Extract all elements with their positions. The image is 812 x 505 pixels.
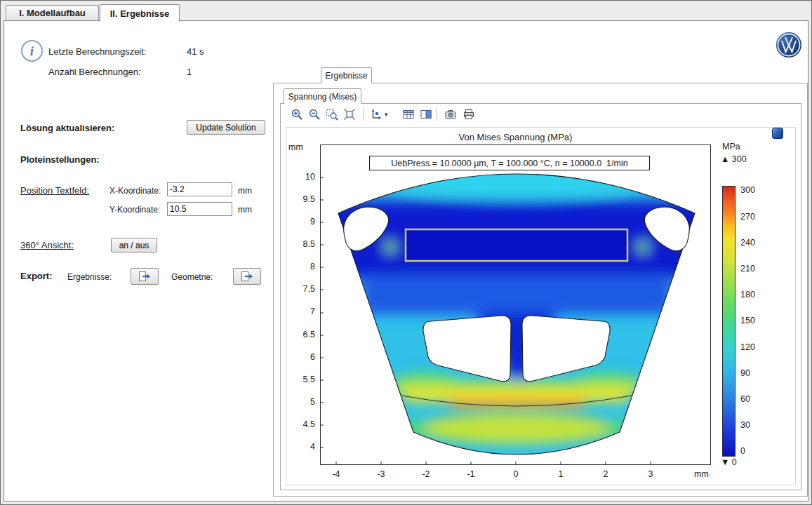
zoom-out-icon	[308, 108, 321, 121]
y-tick-label: 4	[288, 442, 315, 452]
colorbar-max-label: ▲ 300	[721, 154, 747, 165]
zoom-box-button[interactable]	[324, 107, 340, 122]
x-tick-label: 3	[637, 469, 665, 480]
y-tick-label: 7.5	[288, 284, 315, 295]
zoom-extents-icon	[343, 108, 356, 121]
default-view-dropdown-caret-icon[interactable]: ▾	[385, 111, 388, 118]
stress-plot[interactable]	[320, 144, 711, 465]
y-tick-label: 4.5	[288, 419, 315, 430]
zoom-in-button[interactable]	[289, 107, 305, 122]
colorbar-min-label: ▼ 0	[721, 457, 737, 468]
tab-spannung-mises[interactable]: Spannung (Mises)	[284, 88, 361, 104]
zoom-extents-button[interactable]	[342, 107, 357, 122]
printer-icon	[462, 108, 475, 121]
vw-logo	[776, 32, 802, 58]
x-tick-label: 2	[592, 469, 620, 480]
zoom-out-button[interactable]	[307, 107, 322, 122]
y-tick-label: 5.5	[288, 375, 315, 385]
toolbar-separator	[437, 108, 437, 121]
y-coordinate-unit: mm	[238, 205, 252, 215]
tab-ergebnisse[interactable]: II. Ergebnisse	[100, 4, 180, 22]
x-tick-label: -3	[367, 469, 395, 480]
y-coordinate-input[interactable]	[167, 202, 232, 216]
view-360-label: 360° Ansicht:	[20, 240, 74, 250]
colorbar-tick: 150	[740, 316, 755, 326]
print-button[interactable]	[461, 107, 477, 122]
x-tick-label: -4	[322, 469, 350, 480]
x-tick-label: -2	[412, 469, 440, 480]
tab-ergebnisse-label: II. Ergebnisse	[110, 8, 170, 19]
last-computation-label: Letzte Berechnungszeit:	[48, 46, 146, 57]
y-tick-label: 8.5	[288, 239, 315, 250]
y-coordinate-label: Y-Koordinate:	[109, 205, 160, 215]
x-tick-label: 0	[502, 469, 530, 480]
table-button[interactable]	[401, 107, 416, 122]
plot-properties-button[interactable]	[772, 128, 783, 139]
y-axis-unit: mm	[288, 142, 303, 153]
plot-settings-heading: Ploteinstellungen:	[20, 154, 100, 165]
computation-count-value: 1	[187, 67, 192, 77]
colorbar-tick: 30	[740, 420, 750, 431]
y-tick-label: 9	[288, 217, 315, 227]
x-tick-label: -1	[457, 469, 485, 480]
tab-results[interactable]: Ergebnisse	[321, 67, 372, 83]
plot-title: Von Mises Spannung (MPa)	[320, 132, 711, 142]
colorbar-tick: 210	[740, 264, 755, 274]
y-tick-label: 5	[288, 397, 315, 408]
y-tick-label: 8	[288, 262, 315, 272]
computation-count-label: Anzahl Berechnungen:	[48, 67, 141, 77]
y-tick-label: 9.5	[288, 194, 315, 205]
y-tick-label: 6	[288, 352, 315, 363]
colorbar-tick: 180	[740, 290, 755, 300]
y-tick-label: 7	[288, 307, 315, 317]
application-window: I. Modellaufbau II. Ergebnisse i Letzte …	[0, 0, 812, 505]
magnet-rectangle[interactable]	[406, 229, 627, 261]
colorbar-tick: 270	[740, 212, 755, 222]
export-results-label: Ergebnisse:	[67, 272, 112, 283]
default-view-button[interactable]	[368, 107, 384, 122]
colorbar-unit: MPa	[722, 142, 740, 152]
x-axis-unit: mm	[694, 469, 709, 480]
default-view-icon	[370, 108, 382, 121]
export-geometry-button[interactable]	[233, 268, 261, 285]
image-to-table-button[interactable]	[418, 107, 434, 122]
y-tick-label: 6.5	[288, 330, 315, 340]
tab-modellaufbau[interactable]: I. Modellaufbau	[6, 5, 99, 20]
x-coordinate-unit: mm	[238, 186, 252, 196]
image-to-table-icon	[420, 108, 432, 121]
info-icon: i	[21, 40, 43, 62]
text-position-label: Position Textfeld:	[20, 185, 89, 196]
colorbar-tick: 240	[740, 238, 755, 248]
x-tick-label: 1	[547, 469, 575, 480]
colorbar-tick: 300	[740, 185, 755, 196]
y-tick-label: 10	[288, 172, 315, 182]
tab-modellaufbau-label: I. Modellaufbau	[19, 8, 86, 18]
export-results-button[interactable]	[131, 268, 159, 285]
plot-annotation: UebPress = 10.0000 µm, T = 100.000 °C, n…	[369, 156, 650, 170]
snapshot-button[interactable]	[443, 107, 458, 122]
export-geometry-label: Geometrie:	[171, 272, 213, 283]
camera-icon	[444, 108, 457, 121]
x-coordinate-label: X-Koordinate:	[109, 186, 161, 196]
table-icon	[402, 108, 415, 121]
colorbar-tick: 0	[740, 446, 745, 457]
export-label: Export:	[20, 271, 53, 281]
toolbar-separator	[363, 108, 364, 121]
x-coordinate-input[interactable]	[167, 182, 232, 196]
last-computation-value: 41 s	[187, 46, 204, 57]
export-icon	[240, 270, 254, 283]
update-solution-button[interactable]: Update Solution	[187, 120, 265, 135]
colorbar-tick: 60	[740, 394, 750, 405]
colorbar	[722, 186, 736, 457]
colorbar-tick: 90	[740, 368, 750, 379]
export-icon	[138, 270, 152, 283]
colorbar-tick: 120	[740, 342, 755, 353]
update-solution-label: Lösung aktualisieren:	[20, 123, 114, 133]
zoom-box-icon	[326, 108, 338, 121]
view-360-toggle-button[interactable]: an / aus	[111, 238, 157, 252]
zoom-in-icon	[291, 108, 303, 121]
